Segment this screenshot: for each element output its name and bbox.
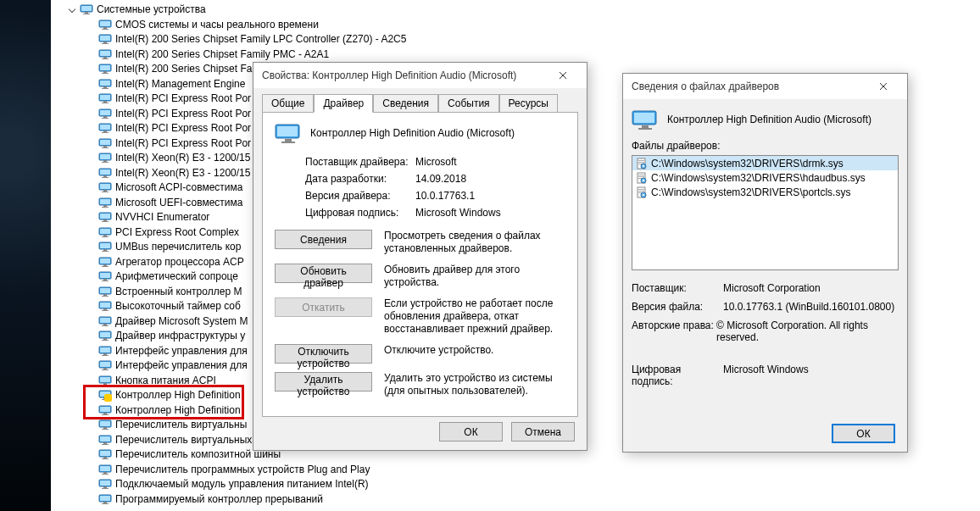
meta-key: Версия файла: [632,301,723,313]
meta-value: © Microsoft Corporation. All rights rese… [716,319,899,343]
svg-rect-47 [102,177,109,178]
svg-rect-45 [100,169,110,175]
dialog-titlebar[interactable]: Свойства: Контроллер High Definition Aud… [253,63,587,88]
ok-button[interactable]: ОК [439,422,503,442]
device-icon [98,433,112,447]
tree-category-label: Системные устройства [97,3,206,15]
device-icon [98,463,112,476]
tree-item-label: Арифметический сопроце [115,270,238,282]
svg-rect-61 [100,229,110,234]
device-icon [275,121,302,145]
svg-rect-127 [102,474,109,475]
device-icon [98,285,112,298]
tree-item-label: Контроллер High Definition [115,389,241,401]
svg-rect-50 [103,190,107,192]
file-row[interactable]: C:\Windows\system32\DRIVERS\hdaudbus.sys [632,170,898,185]
svg-rect-54 [103,205,107,207]
tree-item-label: CMOS системы и часы реального времени [115,19,319,31]
tree-item[interactable]: Программируемый контроллер прерываний [68,492,593,507]
file-path: C:\Windows\system32\DRIVERS\hdaudbus.sys [651,172,866,184]
meta-value: 10.0.17763.1 (WinBuild.160101.0800) [723,301,894,313]
file-row[interactable]: C:\Windows\system32\DRIVERS\drmk.sys [632,156,898,170]
tree-item-label: Перечислитель виртуальных [115,434,252,446]
tree-item-label: Перечислитель виртуальны [115,419,247,430]
property-row: Цифровая подпись:Microsoft Windows [275,204,565,221]
svg-rect-6 [103,27,107,29]
svg-rect-106 [103,397,107,399]
svg-rect-69 [100,258,110,264]
tree-item[interactable]: Перечислитель программных устройств Plug… [68,462,593,477]
svg-rect-2 [85,12,88,14]
close-button[interactable] [546,64,580,87]
svg-rect-43 [102,162,109,163]
ok-button[interactable]: ОК [832,424,895,443]
property-key: Дата разработки: [305,173,415,185]
tree-item[interactable]: Подключаемый модуль управления питанием … [68,477,593,492]
tab-драйвер[interactable]: Драйвер [314,94,373,113]
svg-rect-34 [103,131,107,132]
svg-rect-91 [102,340,109,341]
dialog-titlebar[interactable]: Сведения о файлах драйверов [623,74,907,99]
file-row[interactable]: C:\Windows\system32\DRIVERS\portcls.sys [632,185,898,199]
svg-rect-74 [103,279,107,280]
svg-rect-17 [100,65,110,70]
svg-rect-98 [103,368,107,369]
tab-события[interactable]: События [438,94,499,113]
svg-rect-3 [83,14,90,14]
rollback-driver-desc: Если устройство не работает после обновл… [384,297,562,336]
tree-item[interactable]: Intel(R) 200 Series Chipset Family LPC C… [68,32,593,47]
driver-files-dialog: Сведения о файлах драйверов Контроллер H… [622,73,908,453]
remove-device-button[interactable]: Удалить устройство [275,372,372,392]
svg-rect-105 [100,392,110,397]
svg-rect-26 [103,101,107,103]
tree-item[interactable]: Intel(R) 200 Series Chipset Family PMC -… [68,47,593,62]
svg-rect-35 [102,132,109,133]
tab-сведения[interactable]: Сведения [373,94,438,113]
svg-rect-67 [102,251,109,252]
svg-rect-53 [100,199,110,204]
svg-rect-152 [638,176,644,177]
device-icon [98,151,112,164]
svg-rect-15 [102,58,109,59]
cancel-button[interactable]: Отмена [511,422,575,442]
update-driver-desc: Обновить драйвер для этого устройства. [384,264,562,289]
files-list-label: Файлы драйверов: [632,140,899,152]
svg-rect-122 [103,457,107,458]
device-icon [98,47,112,61]
meta-value: Microsoft Corporation [723,282,821,294]
device-icon [98,77,112,91]
tree-item-label: Программируемый контроллер прерываний [115,493,323,505]
svg-rect-42 [103,160,107,162]
tree-item-label: Intel(R) PCI Express Root Por [115,137,251,149]
rollback-driver-button: Откатить [275,297,372,317]
tree-category-system-devices[interactable]: Системные устройства [68,2,593,17]
svg-rect-141 [634,113,654,123]
driver-details-button[interactable]: Сведения [275,230,372,249]
update-driver-button[interactable]: Обновить драйвер [275,264,372,283]
driver-files-listbox[interactable]: C:\Windows\system32\DRIVERS\drmk.sysC:\W… [632,155,899,270]
svg-rect-21 [100,81,110,86]
tab-ресурсы[interactable]: Ресурсы [499,94,558,113]
driver-details-desc: Просмотреть сведения о файлах установлен… [384,230,562,255]
svg-rect-77 [100,288,110,293]
tab-общие[interactable]: Общие [262,94,314,113]
device-icon [98,166,112,180]
svg-rect-85 [100,318,110,323]
svg-rect-111 [102,414,109,415]
property-row: Поставщик драйвера:Microsoft [275,153,565,170]
svg-rect-97 [100,362,110,367]
svg-rect-139 [281,142,295,143]
svg-rect-41 [100,154,110,159]
tree-item-label: Microsoft ACPI-совместима [115,181,242,193]
tree-item[interactable]: CMOS системы и часы реального времени [68,17,593,32]
svg-rect-129 [100,480,110,486]
file-icon [636,158,648,169]
disable-device-button[interactable]: Отключить устройство [275,344,372,364]
svg-rect-38 [103,146,107,147]
tree-item-label: Драйвер Microsoft System M [115,315,248,327]
svg-rect-82 [103,308,107,310]
device-icon [98,255,112,269]
svg-rect-137 [277,126,298,136]
close-button[interactable] [866,75,900,98]
chevron-down-icon [68,5,76,14]
